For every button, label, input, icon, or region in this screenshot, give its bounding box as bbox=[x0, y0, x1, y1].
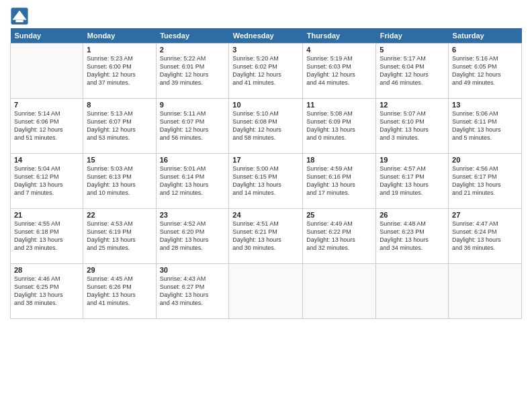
day-number: 1 bbox=[87, 46, 152, 54]
calendar-cell: 20Sunrise: 4:56 AM Sunset: 6:17 PM Dayli… bbox=[449, 154, 522, 209]
day-info: Sunrise: 4:56 AM Sunset: 6:17 PM Dayligh… bbox=[452, 165, 518, 197]
week-row-2: 7Sunrise: 5:14 AM Sunset: 6:06 PM Daylig… bbox=[11, 99, 522, 154]
calendar-cell: 27Sunrise: 4:47 AM Sunset: 6:24 PM Dayli… bbox=[449, 209, 522, 264]
calendar-cell: 5Sunrise: 5:17 AM Sunset: 6:04 PM Daylig… bbox=[376, 44, 449, 99]
logo bbox=[10, 7, 30, 26]
day-info: Sunrise: 5:20 AM Sunset: 6:02 PM Dayligh… bbox=[232, 54, 299, 87]
day-number: 15 bbox=[87, 156, 152, 164]
day-info: Sunrise: 5:03 AM Sunset: 6:13 PM Dayligh… bbox=[87, 165, 152, 197]
day-number: 19 bbox=[380, 156, 445, 164]
calendar-cell: 4Sunrise: 5:19 AM Sunset: 6:03 PM Daylig… bbox=[303, 44, 376, 99]
weekday-header-sunday: Sunday bbox=[11, 28, 83, 44]
day-info: Sunrise: 5:13 AM Sunset: 6:07 PM Dayligh… bbox=[87, 109, 152, 142]
calendar-cell: 3Sunrise: 5:20 AM Sunset: 6:02 PM Daylig… bbox=[229, 44, 303, 99]
calendar-cell: 9Sunrise: 5:11 AM Sunset: 6:07 PM Daylig… bbox=[156, 99, 229, 154]
calendar-cell: 7Sunrise: 5:14 AM Sunset: 6:06 PM Daylig… bbox=[11, 99, 83, 154]
day-info: Sunrise: 4:46 AM Sunset: 6:25 PM Dayligh… bbox=[14, 275, 79, 308]
day-info: Sunrise: 5:14 AM Sunset: 6:06 PM Dayligh… bbox=[14, 109, 79, 142]
calendar-cell: 15Sunrise: 5:03 AM Sunset: 6:13 PM Dayli… bbox=[83, 154, 156, 209]
calendar-cell: 26Sunrise: 4:48 AM Sunset: 6:23 PM Dayli… bbox=[376, 209, 449, 264]
day-number: 29 bbox=[87, 266, 152, 274]
calendar-cell: 16Sunrise: 5:01 AM Sunset: 6:14 PM Dayli… bbox=[156, 154, 229, 209]
day-info: Sunrise: 4:59 AM Sunset: 6:16 PM Dayligh… bbox=[306, 165, 372, 197]
weekday-header-saturday: Saturday bbox=[449, 28, 522, 44]
calendar-cell: 12Sunrise: 5:07 AM Sunset: 6:10 PM Dayli… bbox=[376, 99, 449, 154]
day-number: 25 bbox=[306, 211, 372, 219]
main-container: SundayMondayTuesdayWednesdayThursdayFrid… bbox=[0, 0, 532, 322]
day-info: Sunrise: 5:00 AM Sunset: 6:15 PM Dayligh… bbox=[232, 165, 299, 197]
calendar-cell: 19Sunrise: 4:57 AM Sunset: 6:17 PM Dayli… bbox=[376, 154, 449, 209]
day-number: 17 bbox=[232, 156, 299, 164]
day-info: Sunrise: 5:06 AM Sunset: 6:11 PM Dayligh… bbox=[452, 109, 518, 142]
calendar-cell bbox=[449, 264, 522, 319]
day-number: 11 bbox=[306, 101, 372, 109]
calendar-cell: 30Sunrise: 4:43 AM Sunset: 6:27 PM Dayli… bbox=[156, 264, 229, 319]
day-number: 28 bbox=[14, 266, 79, 274]
day-number: 2 bbox=[160, 46, 226, 54]
day-info: Sunrise: 5:04 AM Sunset: 6:12 PM Dayligh… bbox=[14, 165, 79, 197]
day-number: 26 bbox=[380, 211, 445, 219]
calendar-cell: 21Sunrise: 4:55 AM Sunset: 6:18 PM Dayli… bbox=[11, 209, 83, 264]
weekday-header-wednesday: Wednesday bbox=[229, 28, 303, 44]
day-info: Sunrise: 4:48 AM Sunset: 6:23 PM Dayligh… bbox=[380, 220, 445, 253]
weekday-header-thursday: Thursday bbox=[303, 28, 376, 44]
calendar-cell: 24Sunrise: 4:51 AM Sunset: 6:21 PM Dayli… bbox=[229, 209, 303, 264]
day-info: Sunrise: 4:53 AM Sunset: 6:19 PM Dayligh… bbox=[87, 220, 152, 253]
calendar-cell: 22Sunrise: 4:53 AM Sunset: 6:19 PM Dayli… bbox=[83, 209, 156, 264]
day-info: Sunrise: 5:01 AM Sunset: 6:14 PM Dayligh… bbox=[160, 165, 226, 197]
day-number: 5 bbox=[380, 46, 445, 54]
day-number: 20 bbox=[452, 156, 518, 164]
day-number: 18 bbox=[306, 156, 372, 164]
day-number: 24 bbox=[232, 211, 299, 219]
calendar-cell: 1Sunrise: 5:23 AM Sunset: 6:00 PM Daylig… bbox=[83, 44, 156, 99]
calendar-cell bbox=[376, 264, 449, 319]
day-info: Sunrise: 5:08 AM Sunset: 6:09 PM Dayligh… bbox=[306, 109, 372, 142]
calendar-cell: 29Sunrise: 4:45 AM Sunset: 6:26 PM Dayli… bbox=[83, 264, 156, 319]
day-info: Sunrise: 4:57 AM Sunset: 6:17 PM Dayligh… bbox=[380, 165, 445, 197]
week-row-5: 28Sunrise: 4:46 AM Sunset: 6:25 PM Dayli… bbox=[11, 264, 522, 319]
day-number: 9 bbox=[160, 101, 226, 109]
day-info: Sunrise: 4:47 AM Sunset: 6:24 PM Dayligh… bbox=[452, 220, 518, 253]
day-number: 3 bbox=[232, 46, 299, 54]
day-number: 10 bbox=[232, 101, 299, 109]
day-info: Sunrise: 5:19 AM Sunset: 6:03 PM Dayligh… bbox=[306, 54, 372, 87]
day-info: Sunrise: 4:43 AM Sunset: 6:27 PM Dayligh… bbox=[160, 275, 226, 308]
day-info: Sunrise: 5:22 AM Sunset: 6:01 PM Dayligh… bbox=[160, 54, 226, 87]
day-number: 22 bbox=[87, 211, 152, 219]
calendar-cell: 17Sunrise: 5:00 AM Sunset: 6:15 PM Dayli… bbox=[229, 154, 303, 209]
calendar-cell bbox=[229, 264, 303, 319]
day-number: 27 bbox=[452, 211, 518, 219]
header bbox=[10, 7, 522, 26]
day-info: Sunrise: 5:10 AM Sunset: 6:08 PM Dayligh… bbox=[232, 109, 299, 142]
day-number: 4 bbox=[306, 46, 372, 54]
logo-icon bbox=[10, 7, 29, 26]
calendar-cell: 2Sunrise: 5:22 AM Sunset: 6:01 PM Daylig… bbox=[156, 44, 229, 99]
calendar-cell: 11Sunrise: 5:08 AM Sunset: 6:09 PM Dayli… bbox=[303, 99, 376, 154]
header-row: SundayMondayTuesdayWednesdayThursdayFrid… bbox=[11, 28, 522, 44]
day-info: Sunrise: 4:52 AM Sunset: 6:20 PM Dayligh… bbox=[160, 220, 226, 253]
day-info: Sunrise: 4:49 AM Sunset: 6:22 PM Dayligh… bbox=[306, 220, 372, 253]
calendar-cell: 6Sunrise: 5:16 AM Sunset: 6:05 PM Daylig… bbox=[449, 44, 522, 99]
calendar-table: SundayMondayTuesdayWednesdayThursdayFrid… bbox=[10, 28, 522, 319]
calendar-cell: 10Sunrise: 5:10 AM Sunset: 6:08 PM Dayli… bbox=[229, 99, 303, 154]
day-number: 23 bbox=[160, 211, 226, 219]
day-info: Sunrise: 5:11 AM Sunset: 6:07 PM Dayligh… bbox=[160, 109, 226, 142]
calendar-cell: 8Sunrise: 5:13 AM Sunset: 6:07 PM Daylig… bbox=[83, 99, 156, 154]
calendar-cell: 14Sunrise: 5:04 AM Sunset: 6:12 PM Dayli… bbox=[11, 154, 83, 209]
calendar-cell: 13Sunrise: 5:06 AM Sunset: 6:11 PM Dayli… bbox=[449, 99, 522, 154]
day-info: Sunrise: 4:55 AM Sunset: 6:18 PM Dayligh… bbox=[14, 220, 79, 253]
day-number: 30 bbox=[160, 266, 226, 274]
week-row-4: 21Sunrise: 4:55 AM Sunset: 6:18 PM Dayli… bbox=[11, 209, 522, 264]
day-number: 8 bbox=[87, 101, 152, 109]
day-info: Sunrise: 4:45 AM Sunset: 6:26 PM Dayligh… bbox=[87, 275, 152, 308]
day-number: 16 bbox=[160, 156, 226, 164]
day-info: Sunrise: 5:07 AM Sunset: 6:10 PM Dayligh… bbox=[380, 109, 445, 142]
day-number: 13 bbox=[452, 101, 518, 109]
weekday-header-friday: Friday bbox=[376, 28, 449, 44]
calendar-cell: 18Sunrise: 4:59 AM Sunset: 6:16 PM Dayli… bbox=[303, 154, 376, 209]
week-row-3: 14Sunrise: 5:04 AM Sunset: 6:12 PM Dayli… bbox=[11, 154, 522, 209]
weekday-header-tuesday: Tuesday bbox=[156, 28, 229, 44]
day-number: 12 bbox=[380, 101, 445, 109]
day-number: 21 bbox=[14, 211, 79, 219]
weekday-header-monday: Monday bbox=[83, 28, 156, 44]
